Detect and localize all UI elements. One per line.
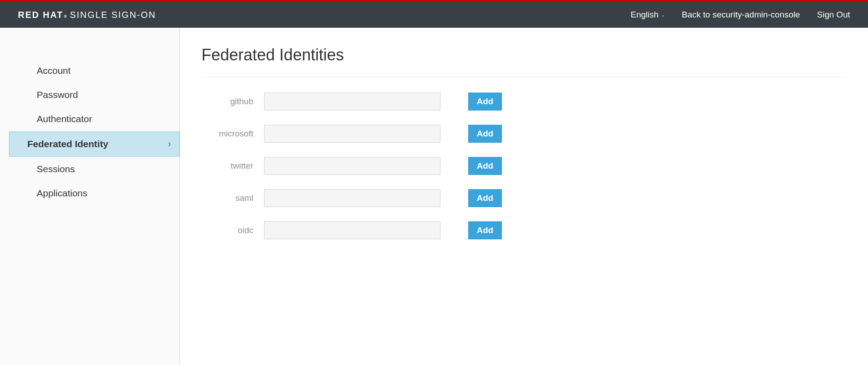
brand-strong: RED HAT (18, 10, 63, 20)
provider-label-twitter: twitter (201, 161, 264, 171)
provider-row-oidc: oidcAdd (201, 221, 847, 239)
add-button-oidc[interactable]: Add (468, 221, 502, 239)
chevron-down-icon: ⌄ (661, 13, 665, 17)
provider-label-saml: saml (201, 193, 264, 203)
sidebar-item-label: Account (37, 65, 71, 76)
provider-input-oidc (264, 221, 440, 239)
provider-input-twitter (264, 157, 440, 175)
language-label: English (631, 10, 658, 20)
provider-row-github: githubAdd (201, 93, 847, 110)
content-area: Federated Identities githubAddmicrosoftA… (180, 28, 868, 365)
back-link-label: Back to security-admin-console (682, 10, 800, 20)
provider-row-saml: samlAdd (201, 189, 847, 207)
sidebar-item-authenticator[interactable]: Authenticator› (9, 107, 171, 131)
sidebar-item-label: Password (37, 89, 78, 100)
provider-input-microsoft (264, 125, 440, 143)
provider-label-oidc: oidc (201, 225, 264, 235)
sidebar-item-label: Applications (37, 188, 87, 199)
sidebar-item-applications[interactable]: Applications› (9, 182, 171, 205)
provider-input-github (264, 93, 440, 110)
sidebar: Account›Password›Authenticator›Federated… (0, 28, 180, 365)
sidebar-item-federated-identity[interactable]: Federated Identity› (9, 132, 180, 157)
back-link[interactable]: Back to security-admin-console (682, 10, 800, 20)
providers-list: githubAddmicrosoftAddtwitterAddsamlAddoi… (201, 93, 847, 239)
sidebar-item-label: Sessions (37, 164, 75, 174)
sign-out-link[interactable]: Sign Out (817, 10, 850, 20)
sidebar-item-password[interactable]: Password› (9, 83, 171, 106)
provider-label-microsoft: microsoft (201, 129, 264, 139)
sidebar-item-sessions[interactable]: Sessions› (9, 157, 171, 181)
add-button-saml[interactable]: Add (468, 189, 502, 207)
top-navbar: RED HAT ® SINGLE SIGN-ON English ⌄ Back … (0, 2, 868, 28)
brand-registered-icon: ® (64, 14, 67, 19)
sidebar-item-label: Authenticator (37, 114, 92, 124)
language-selector[interactable]: English ⌄ (631, 10, 665, 20)
provider-label-github: github (201, 97, 264, 106)
add-button-twitter[interactable]: Add (468, 157, 502, 175)
chevron-right-icon: › (168, 138, 171, 150)
divider (201, 77, 847, 77)
sidebar-item-label: Federated Identity (27, 139, 108, 149)
sidebar-item-account[interactable]: Account› (9, 59, 171, 82)
add-button-github[interactable]: Add (468, 93, 502, 110)
top-links: English ⌄ Back to security-admin-console… (631, 10, 850, 20)
brand-light: SINGLE SIGN-ON (70, 10, 156, 20)
add-button-microsoft[interactable]: Add (468, 125, 502, 143)
main-wrap: Account›Password›Authenticator›Federated… (0, 28, 868, 365)
provider-row-twitter: twitterAdd (201, 157, 847, 175)
provider-row-microsoft: microsoftAdd (201, 125, 847, 143)
page-title: Federated Identities (201, 46, 847, 64)
provider-input-saml (264, 189, 440, 207)
sign-out-label: Sign Out (817, 10, 850, 20)
brand-logo[interactable]: RED HAT ® SINGLE SIGN-ON (18, 10, 156, 20)
